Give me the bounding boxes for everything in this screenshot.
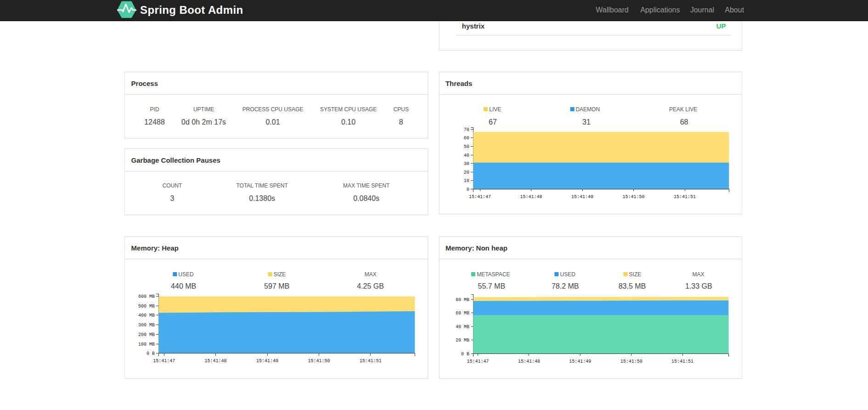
svg-text:60 MB: 60 MB <box>456 311 469 316</box>
svg-text:15:41:50: 15:41:50 <box>308 359 330 364</box>
svg-text:0 B: 0 B <box>461 352 469 357</box>
svg-text:60: 60 <box>464 136 469 141</box>
svg-text:15:41:48: 15:41:48 <box>520 194 542 199</box>
svg-text:500 MB: 500 MB <box>138 304 155 309</box>
svg-text:15:41:51: 15:41:51 <box>674 194 696 199</box>
svg-text:50: 50 <box>464 144 469 149</box>
svg-text:70: 70 <box>464 127 469 132</box>
svg-text:15:41:50: 15:41:50 <box>620 359 643 364</box>
svg-text:200 MB: 200 MB <box>138 332 155 337</box>
svg-text:15:41:50: 15:41:50 <box>622 194 644 199</box>
svg-text:15:41:48: 15:41:48 <box>518 359 540 364</box>
svg-text:80 MB: 80 MB <box>456 297 469 302</box>
svg-text:20: 20 <box>464 170 469 175</box>
svg-text:0 B: 0 B <box>147 351 155 356</box>
svg-text:15:41:49: 15:41:49 <box>569 359 591 364</box>
svg-text:15:41:49: 15:41:49 <box>256 359 278 364</box>
svg-text:400 MB: 400 MB <box>138 313 155 318</box>
svg-text:15:41:51: 15:41:51 <box>360 359 382 364</box>
svg-text:15:41:47: 15:41:47 <box>153 359 175 364</box>
svg-text:30: 30 <box>464 161 469 166</box>
svg-text:300 MB: 300 MB <box>138 323 155 328</box>
svg-text:20 MB: 20 MB <box>456 338 469 343</box>
svg-text:40: 40 <box>464 153 469 158</box>
svg-text:10: 10 <box>464 178 469 183</box>
svg-text:0: 0 <box>467 187 469 192</box>
svg-text:600 MB: 600 MB <box>138 294 155 299</box>
svg-text:15:41:47: 15:41:47 <box>469 194 491 199</box>
svg-text:15:41:49: 15:41:49 <box>571 194 593 199</box>
svg-text:100 MB: 100 MB <box>138 342 155 347</box>
svg-text:15:41:47: 15:41:47 <box>467 359 489 364</box>
svg-text:15:41:48: 15:41:48 <box>205 359 227 364</box>
svg-text:15:41:51: 15:41:51 <box>671 359 693 364</box>
svg-text:40 MB: 40 MB <box>456 325 469 330</box>
